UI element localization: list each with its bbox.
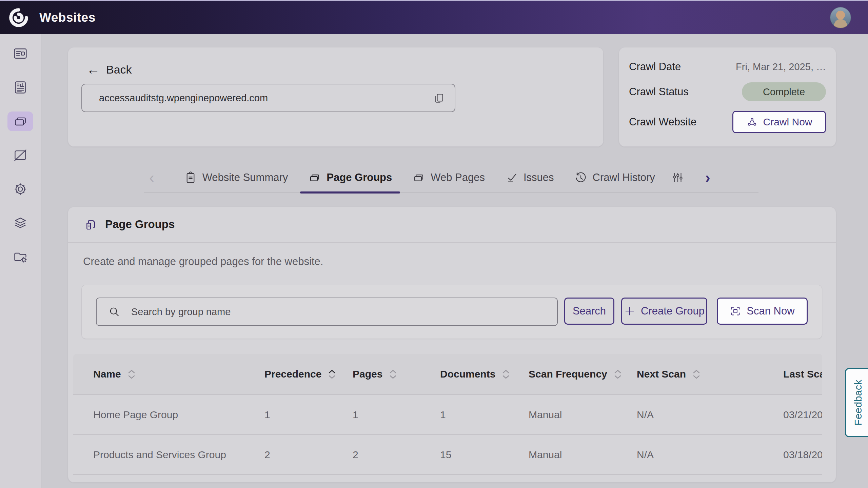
crawl-info-card: Crawl Date Fri, Mar 21, 2025, … Crawl St…	[619, 47, 836, 147]
sidebar-item-environments[interactable]	[7, 213, 33, 233]
cell-pages: 2	[353, 449, 440, 461]
cell-last-scanned: 03/21/20	[742, 409, 822, 421]
page-groups-table: Name Precedence Pages	[73, 354, 822, 483]
pages-icon	[412, 171, 425, 184]
gear-icon	[13, 182, 28, 197]
sidebar-item-file-manager[interactable]	[7, 247, 33, 267]
site-url-field[interactable]: accessauditstg.wpenginepowered.com	[81, 84, 455, 112]
sort-icons[interactable]	[389, 369, 397, 379]
scan-icon	[730, 305, 741, 317]
tab-web-pages[interactable]: Web Pages	[402, 162, 495, 193]
search-button[interactable]: Search	[564, 298, 614, 325]
clipboard-icon	[184, 171, 197, 184]
crawl-date-value: Fri, Mar 21, 2025, …	[736, 61, 826, 73]
sort-icons[interactable]	[128, 369, 135, 379]
page-groups-card: Page Groups Create and manage grouped pa…	[68, 207, 836, 483]
sidebar-item-settings[interactable]	[7, 179, 33, 199]
tabs-scroll-right-icon[interactable]: ›	[702, 170, 714, 185]
crawl-status-label: Crawl Status	[629, 86, 689, 98]
column-header-name[interactable]: Name	[73, 368, 264, 380]
sidebar	[0, 34, 41, 488]
page-groups-toolbar: Search Create Group Scan Now	[81, 285, 822, 339]
sidebar-item-media[interactable]	[7, 145, 33, 165]
site-url: accessauditstg.wpenginepowered.com	[99, 93, 433, 104]
tab-settings-sliders-icon[interactable]	[665, 162, 690, 193]
column-header-pages[interactable]: Pages	[353, 368, 440, 380]
search-input[interactable]	[96, 298, 558, 326]
report-icon	[13, 80, 28, 95]
back-button[interactable]: ← Back	[86, 63, 132, 76]
page-group-doc-icon	[84, 218, 98, 231]
app-title: Websites	[39, 11, 96, 25]
back-label: Back	[106, 63, 132, 76]
cell-documents: 15	[440, 449, 529, 461]
cell-last-scanned: 03/18/20	[742, 449, 822, 461]
feedback-tab[interactable]: Feedback	[845, 368, 868, 437]
page-groups-description: Create and manage grouped pages for the …	[83, 256, 323, 268]
tabs-scroll-left-icon[interactable]: ‹	[146, 170, 158, 185]
cell-precedence: 1	[264, 409, 353, 421]
tab-issues[interactable]: Issues	[495, 162, 564, 193]
cell-name: Home Page Group	[73, 409, 264, 421]
crawl-status-row: Crawl Status Complete	[629, 82, 826, 101]
image-off-icon	[13, 148, 28, 163]
crawler-icon	[746, 116, 758, 128]
table-row[interactable]: Products and Services Group 2 2 15 Manua…	[73, 434, 822, 474]
column-header-documents[interactable]: Documents	[440, 368, 529, 380]
pages-icon	[13, 114, 28, 129]
back-arrow-icon: ←	[86, 63, 100, 76]
column-header-next-scan[interactable]: Next Scan	[637, 368, 742, 380]
user-avatar[interactable]	[830, 7, 851, 28]
sort-icons[interactable]	[614, 369, 622, 379]
tab-crawl-history[interactable]: Crawl History	[564, 162, 665, 193]
page-groups-card-header: Page Groups	[68, 207, 836, 243]
plus-icon	[624, 305, 635, 317]
cell-scan-frequency: Manual	[529, 409, 637, 421]
table-row-partial	[73, 474, 822, 483]
scan-now-button[interactable]: Scan Now	[717, 298, 808, 325]
pages-icon	[308, 171, 321, 184]
cell-next-scan: N/A	[637, 409, 742, 421]
crawl-website-row: Crawl Website Crawl Now	[629, 111, 826, 133]
sidebar-item-pages[interactable]	[7, 111, 33, 131]
crawl-website-label: Crawl Website	[629, 116, 696, 128]
copy-icon[interactable]	[433, 92, 446, 104]
wpengine-logo	[9, 8, 28, 27]
cell-pages: 1	[353, 409, 440, 421]
crawl-date-row: Crawl Date Fri, Mar 21, 2025, …	[629, 61, 826, 73]
sidebar-item-overview[interactable]	[7, 44, 33, 63]
folder-gear-icon	[13, 249, 28, 264]
sort-icons[interactable]	[693, 369, 700, 379]
sort-icons[interactable]	[502, 369, 510, 379]
tab-page-groups[interactable]: Page Groups	[298, 162, 402, 193]
create-group-button[interactable]: Create Group	[621, 298, 707, 325]
column-header-last-scanned[interactable]: Last Sca	[742, 368, 822, 380]
tab-bar: ‹ Website Summary Page Groups Web Pages …	[146, 162, 714, 193]
crawl-now-button[interactable]: Crawl Now	[732, 111, 826, 133]
crawl-status-badge: Complete	[742, 82, 826, 101]
cell-next-scan: N/A	[637, 449, 742, 461]
layers-icon	[13, 216, 28, 230]
issues-check-icon	[505, 171, 518, 184]
tab-website-summary[interactable]: Website Summary	[174, 162, 298, 193]
top-bar: Websites	[0, 0, 868, 34]
sort-icons-active-asc[interactable]	[328, 369, 336, 379]
cell-name: Products and Services Group	[73, 449, 264, 461]
page-groups-title: Page Groups	[105, 218, 175, 231]
sidebar-item-reports[interactable]	[7, 78, 33, 97]
crawl-date-label: Crawl Date	[629, 61, 681, 73]
cell-precedence: 2	[264, 449, 353, 461]
history-icon	[574, 171, 587, 184]
table-header-row: Name Precedence Pages	[73, 354, 822, 394]
table-row[interactable]: Home Page Group 1 1 1 Manual N/A 03/21/2…	[73, 394, 822, 434]
column-header-precedence[interactable]: Precedence	[264, 368, 353, 380]
dashboard-icon	[13, 46, 28, 61]
column-header-scan-frequency[interactable]: Scan Frequency	[529, 368, 637, 380]
cell-scan-frequency: Manual	[529, 449, 637, 461]
cell-documents: 1	[440, 409, 529, 421]
site-header-card: ← Back accessauditstg.wpenginepowered.co…	[68, 47, 604, 147]
